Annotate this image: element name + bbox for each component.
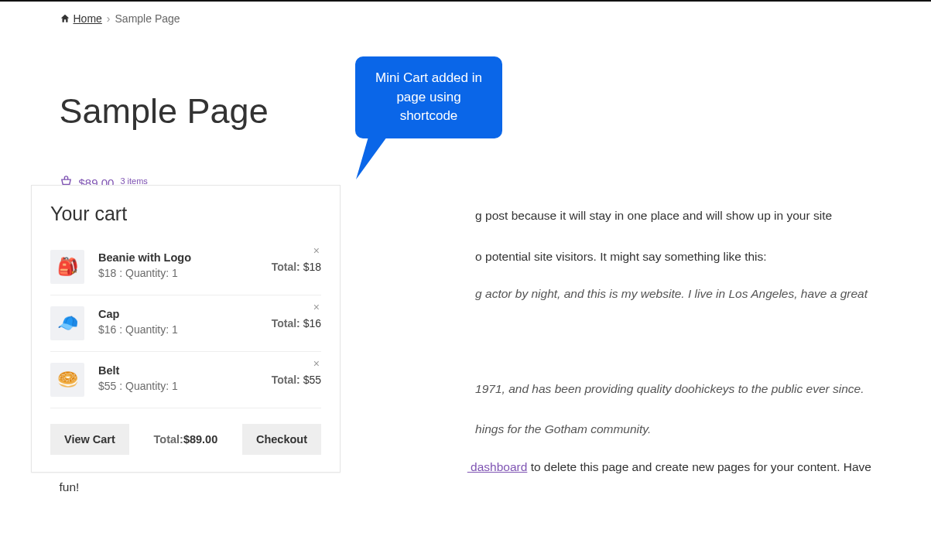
breadcrumb: Home›Sample Page (60, 2, 872, 37)
callout-text: Mini Cart added in page using shortcode (375, 70, 482, 123)
view-cart-button[interactable]: View Cart (50, 424, 129, 455)
product-meta: $18 : Quantity: 1 (98, 267, 264, 279)
cart-grand-total: Total:$89.00 (154, 433, 218, 446)
home-icon (60, 13, 70, 26)
product-total: Total: $18 (272, 261, 321, 273)
product-thumb[interactable]: 🧢 (50, 306, 84, 340)
product-name[interactable]: Belt (98, 364, 264, 377)
product-meta: $55 : Quantity: 1 (98, 380, 264, 392)
checkout-button[interactable]: Checkout (242, 424, 321, 455)
content-text: o potential site visitors. It might say … (475, 250, 766, 263)
dashboard-link[interactable]: dashboard (467, 460, 528, 473)
product-thumb[interactable]: 🎒 (50, 250, 84, 284)
breadcrumb-home[interactable]: Home (74, 12, 102, 25)
content-quote: hings for the Gotham community. (475, 422, 651, 435)
mini-cart: Your cart × 🎒 Beanie with Logo $18 : Qua… (31, 185, 341, 473)
cart-item: × 🎒 Beanie with Logo $18 : Quantity: 1 T… (50, 239, 321, 295)
chevron-right-icon: › (107, 12, 111, 25)
product-meta: $16 : Quantity: 1 (98, 323, 264, 336)
product-name[interactable]: Cap (98, 308, 264, 320)
product-total: Total: $16 (272, 317, 321, 330)
product-thumb[interactable]: 🥯 (50, 363, 84, 397)
breadcrumb-current: Sample Page (115, 12, 180, 25)
close-icon[interactable]: × (310, 244, 323, 258)
cart-item: × 🥯 Belt $55 : Quantity: 1 Total: $55 (50, 352, 321, 408)
product-name[interactable]: Beanie with Logo (98, 251, 264, 264)
close-icon[interactable]: × (310, 300, 323, 314)
mini-cart-title: Your cart (50, 203, 321, 225)
product-total: Total: $55 (272, 374, 321, 386)
cart-item: × 🧢 Cap $16 : Quantity: 1 Total: $16 (50, 295, 321, 352)
close-icon[interactable]: × (310, 357, 323, 370)
callout-bubble: Mini Cart added in page using shortcode (355, 56, 502, 138)
